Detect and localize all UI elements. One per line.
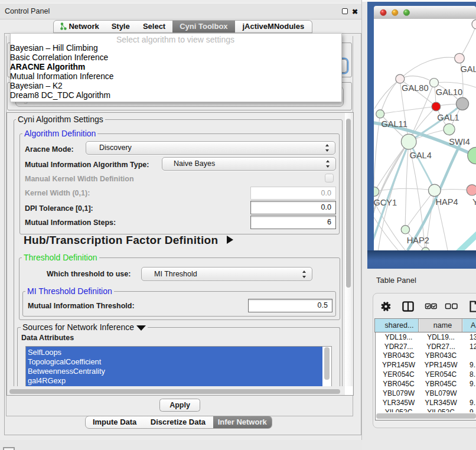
svg-text:GAL7: GAL7	[461, 64, 476, 74]
svg-text:GCY1: GCY1	[374, 198, 397, 207]
svg-text:GAL4: GAL4	[410, 151, 432, 160]
svg-text:YK: YK	[472, 197, 476, 207]
svg-text:GAL80: GAL80	[402, 83, 428, 93]
svg-text:HAP4: HAP4	[436, 197, 458, 207]
svg-text:SWI4: SWI4	[449, 137, 470, 146]
svg-text:GAL1: GAL1	[437, 113, 459, 122]
svg-text:HAP2: HAP2	[407, 236, 429, 245]
svg-text:GAL10: GAL10	[436, 87, 462, 97]
svg-text:GAL11: GAL11	[381, 119, 407, 129]
